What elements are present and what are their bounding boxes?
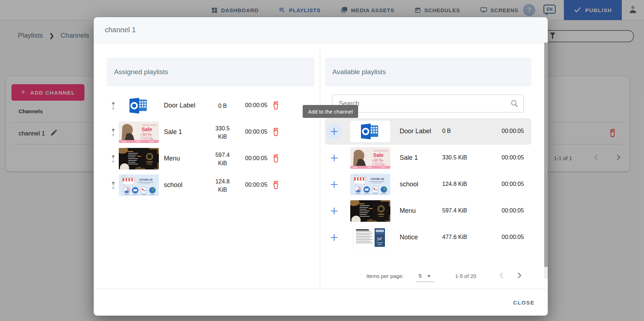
add-playlist-button[interactable]: [326, 203, 342, 219]
select-underline: [416, 282, 434, 282]
remove-playlist-button[interactable]: [272, 128, 279, 138]
assigned-playlist-row: Menu597.4 KiB00:00:05: [107, 145, 314, 172]
playlist-size: 0 B: [442, 128, 482, 134]
playlist-size: 124.8 KiB: [442, 181, 482, 187]
playlist-size: 597.4 KiB: [442, 207, 482, 214]
column-divider: [320, 45, 320, 288]
playlist-duration: 00:00:05: [502, 234, 524, 240]
reorder-handle-icon[interactable]: [111, 154, 116, 165]
add-playlist-button[interactable]: [326, 150, 342, 166]
remove-playlist-button[interactable]: [272, 181, 279, 191]
svg-text:SPECIAL OFFER: SPECIAL OFFER: [374, 150, 388, 152]
reorder-handle-icon[interactable]: [111, 181, 116, 192]
playlist-duration: 00:00:05: [245, 129, 267, 135]
playlist-name: school: [400, 181, 418, 188]
remove-playlist-button[interactable]: [272, 101, 279, 111]
playlist-size: 597.4 KiB: [211, 151, 234, 167]
remove-playlist-button[interactable]: [272, 154, 279, 164]
playlist-duration: 00:00:05: [502, 181, 524, 187]
playlist-size: 330.5 KiB: [211, 124, 234, 141]
playlist-duration: 00:00:05: [245, 155, 267, 162]
playlist-duration: 00:00:05: [502, 128, 524, 134]
available-playlist-row: 24° Notice477.6 KiB00:00:05: [325, 224, 531, 251]
playlist-search: [332, 95, 524, 112]
svg-text:SHOP NOW: SHOP NOW: [374, 164, 385, 166]
svg-text:‹-50 %›: ‹-50 %›: [372, 158, 384, 162]
items-per-page-label: Items per page:: [366, 273, 404, 279]
add-to-channel-tooltip: Add to the channel: [303, 105, 358, 118]
playlist-thumbnail: [350, 200, 390, 222]
available-playlists-list: Door Label0 B00:00:05 SPECIAL OFFER Sale…: [325, 118, 531, 251]
svg-text:24°: 24°: [377, 237, 382, 241]
select-caret-icon[interactable]: [427, 275, 431, 277]
next-page-icon[interactable]: [517, 272, 522, 280]
assigned-playlist-row: SPECIAL OFFER Sale ‹-50 %› SHOP NOW Sale…: [107, 119, 314, 145]
playlist-name: Menu: [164, 155, 180, 162]
playlist-search-input[interactable]: [332, 95, 524, 112]
available-pagination: Items per page: 5 1-5 of 20: [325, 268, 531, 284]
playlist-size: 0 B: [211, 102, 234, 110]
svg-text:SHOP NOW: SHOP NOW: [143, 138, 154, 140]
playlist-thumbnail: SPECIAL OFFER Sale ‹-50 %› SHOP NOW: [350, 147, 390, 169]
items-per-page-select[interactable]: 5: [419, 273, 421, 279]
svg-text:COVID-19: COVID-19: [139, 178, 152, 181]
playlist-thumbnail: COVID-19: [119, 174, 159, 196]
channel-dialog: channel 1 Assigned playlists Available p…: [94, 17, 548, 316]
playlist-name: school: [164, 181, 182, 189]
playlist-thumbnail: [119, 148, 159, 169]
assigned-playlists-header: Assigned playlists: [107, 58, 314, 86]
svg-text:SPECIAL OFFER: SPECIAL OFFER: [142, 124, 157, 126]
playlist-thumbnail: [119, 95, 159, 116]
add-playlist-button[interactable]: [326, 230, 342, 245]
prev-page-icon[interactable]: [499, 272, 504, 280]
add-playlist-button[interactable]: [326, 177, 342, 192]
playlist-thumbnail: COVID-19: [350, 174, 390, 195]
dialog-title: channel 1: [94, 17, 548, 43]
assigned-playlist-row: COVID-19 school124.8 KiB00:00:05: [107, 172, 314, 198]
available-playlists-header: Available playlists: [325, 58, 531, 86]
modal-scrollbar[interactable]: [544, 43, 548, 279]
available-playlist-row: Door Label0 B00:00:05: [325, 118, 531, 145]
pagination-range: 1-5 of 20: [455, 273, 476, 279]
playlist-thumbnail: SPECIAL OFFER Sale ‹-50 %› SHOP NOW: [119, 121, 159, 143]
playlist-size: 330.5 KiB: [442, 154, 482, 161]
playlist-size: 124.8 KiB: [211, 177, 234, 194]
reorder-handle-icon[interactable]: [111, 101, 116, 112]
svg-text:Sale: Sale: [142, 126, 152, 132]
search-icon: [510, 99, 519, 109]
playlist-duration: 00:00:05: [245, 102, 267, 109]
playlist-name: Sale 1: [400, 154, 418, 162]
svg-text:‹-50 %›: ‹-50 %›: [140, 133, 152, 136]
available-playlist-row: COVID-19 school124.8 KiB00:00:05: [325, 171, 531, 198]
svg-text:Sale: Sale: [373, 152, 384, 158]
playlist-name: Notice: [400, 234, 418, 241]
playlist-thumbnail: 24°: [350, 227, 390, 248]
close-button[interactable]: CLOSE: [511, 296, 537, 309]
playlist-name: Sale 1: [164, 128, 182, 136]
reorder-handle-icon[interactable]: [111, 128, 116, 139]
svg-text:COVID-19: COVID-19: [371, 177, 384, 181]
assigned-playlists-list: Door Label0 B00:00:05 SPECIAL OFFER Sale…: [107, 92, 314, 198]
available-playlist-row: SPECIAL OFFER Sale ‹-50 %› SHOP NOW Sale…: [325, 145, 531, 171]
playlist-name: Door Label: [164, 102, 195, 109]
scrollbar-thumb[interactable]: [544, 43, 548, 267]
playlist-duration: 00:00:05: [502, 207, 524, 214]
playlist-duration: 00:00:05: [502, 154, 524, 161]
available-playlist-row: Menu597.4 KiB00:00:05: [325, 198, 531, 224]
playlist-size: 477.6 KiB: [442, 234, 482, 240]
assigned-playlist-row: Door Label0 B00:00:05: [107, 92, 314, 119]
add-playlist-button[interactable]: [326, 124, 342, 139]
playlist-name: Menu: [400, 207, 416, 215]
playlist-duration: 00:00:05: [245, 182, 267, 188]
dialog-footer: CLOSE: [94, 289, 548, 316]
playlist-thumbnail: [350, 121, 390, 142]
playlist-name: Door Label: [400, 128, 431, 135]
